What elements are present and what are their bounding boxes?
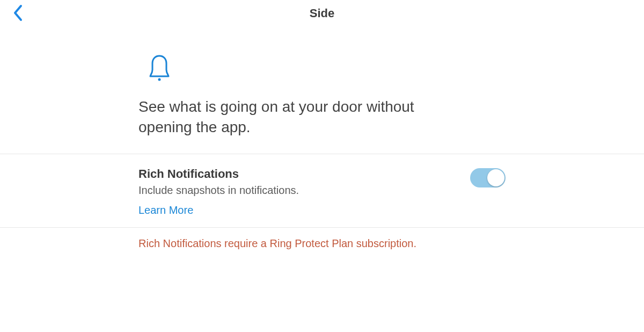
subscription-warning: Rich Notifications require a Ring Protec… [138, 228, 506, 250]
setting-text: Rich Notifications Include snapshots in … [138, 167, 470, 216]
learn-more-link[interactable]: Learn More [138, 204, 470, 216]
toggle-knob [487, 169, 504, 186]
rich-notifications-toggle[interactable] [470, 168, 506, 187]
hero-headline: See what is going on at your door withou… [138, 97, 439, 138]
content: See what is going on at your door withou… [0, 27, 644, 250]
header: Side [0, 0, 644, 27]
setting-title: Rich Notifications [138, 167, 470, 181]
setting-rich-notifications: Rich Notifications Include snapshots in … [138, 154, 506, 227]
back-button[interactable] [9, 3, 28, 23]
setting-description: Include snapshots in notifications. [138, 184, 470, 197]
svg-point-0 [158, 78, 161, 81]
chevron-left-icon [13, 4, 24, 21]
bell-icon [147, 54, 506, 85]
hero-section: See what is going on at your door withou… [138, 27, 506, 154]
page-title: Side [310, 6, 334, 20]
